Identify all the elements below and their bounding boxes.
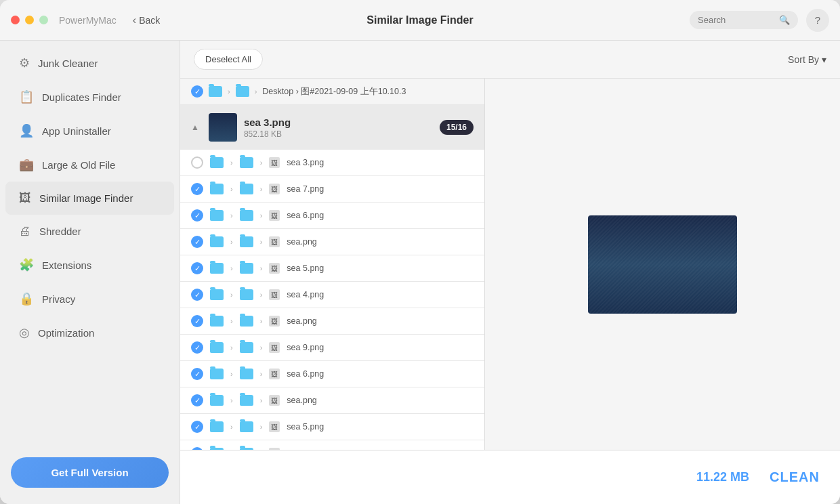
- file-item-11[interactable]: ✓ › › 🖼 sea 4.png: [180, 440, 484, 450]
- file-item-0[interactable]: › › 🖼 sea 3.png: [180, 150, 484, 176]
- checkbox-5[interactable]: ✓: [191, 289, 203, 301]
- checkbox-6[interactable]: ✓: [191, 315, 203, 327]
- subfolder-icon-9: [240, 395, 253, 406]
- file-item-2[interactable]: ✓ › › 🖼 sea 6.png: [180, 203, 484, 229]
- folder-icon-7: [210, 342, 224, 353]
- arrow-icon-4: ›: [230, 264, 233, 272]
- arrow2-icon-6: ›: [260, 317, 263, 325]
- file-type-icon-2: 🖼: [269, 210, 280, 221]
- sidebar-item-extensions[interactable]: 🧩 Extensions: [5, 248, 174, 282]
- help-button[interactable]: ?: [806, 9, 829, 32]
- privacy-icon: 🔒: [19, 291, 34, 306]
- checkbox-0[interactable]: [191, 156, 203, 169]
- sidebar-label-junk-cleaner: Junk Cleaner: [38, 58, 98, 69]
- file-item-5[interactable]: ✓ › › 🖼 sea 4.png: [180, 282, 484, 308]
- checkbox-1[interactable]: ✓: [191, 183, 203, 195]
- app-name-label: PowerMyMac: [59, 15, 117, 26]
- checkbox-9[interactable]: ✓: [191, 394, 203, 406]
- file-type-icon-5: 🖼: [269, 289, 280, 300]
- sidebar-label-shredder: Shredder: [39, 226, 81, 237]
- file-item-6[interactable]: ✓ › › 🖼 sea.png: [180, 308, 484, 335]
- checkbox-3[interactable]: ✓: [191, 236, 203, 248]
- sidebar-label-duplicates-finder: Duplicates Finder: [42, 91, 121, 103]
- file-item-1[interactable]: ✓ › › 🖼 sea 7.png: [180, 176, 484, 203]
- file-type-icon-1: 🖼: [269, 184, 280, 194]
- arrow-icon-10: ›: [230, 423, 233, 431]
- file-item-9[interactable]: ✓ › › 🖼 sea.png: [180, 387, 484, 414]
- file-type-icon-6: 🖼: [269, 316, 280, 327]
- group-header[interactable]: ▲ sea 3.png 852.18 KB 15/16: [180, 105, 484, 150]
- main-layout: ⚙ Junk Cleaner 📋 Duplicates Finder 👤 App…: [0, 41, 840, 504]
- file-type-icon-3: 🖼: [269, 236, 280, 247]
- sidebar-label-extensions: Extensions: [42, 259, 91, 271]
- sidebar-label-optimization: Optimization: [38, 327, 94, 339]
- checkbox-2[interactable]: ✓: [191, 209, 203, 222]
- partial-checkbox[interactable]: ✓: [191, 85, 203, 98]
- file-list: ✓ › › Desktop › 图#2021-09-09 上午10.10.3 ▲: [180, 79, 485, 450]
- checkbox-7[interactable]: ✓: [191, 341, 203, 354]
- folder-icon-9: [210, 395, 224, 406]
- partial-list-item[interactable]: ✓ › › Desktop › 图#2021-09-09 上午10.10.3: [180, 79, 484, 105]
- sidebar-item-optimization[interactable]: ◎ Optimization: [5, 316, 174, 350]
- file-path-4: sea 5.png: [287, 264, 324, 273]
- arrow2-icon-2: ›: [260, 211, 263, 219]
- shredder-icon: 🖨: [19, 224, 31, 238]
- file-type-icon-0: 🖼: [269, 157, 280, 168]
- arrow2-icon-4: ›: [260, 264, 263, 272]
- checkbox-8[interactable]: ✓: [191, 368, 203, 380]
- back-button[interactable]: ‹ Back: [133, 14, 160, 26]
- deselect-all-button[interactable]: Deselect All: [194, 49, 263, 70]
- group-badge: 15/16: [440, 120, 474, 135]
- collapse-icon[interactable]: ▲: [191, 123, 199, 132]
- similar-image-icon: 🖼: [19, 191, 31, 205]
- arrow2-icon-7: ›: [260, 343, 263, 352]
- arrow-icon-5: ›: [230, 291, 233, 299]
- file-type-icon-9: 🖼: [269, 395, 280, 406]
- partial-folder-icon: [209, 86, 222, 97]
- sidebar-item-large-old-file[interactable]: 💼 Large & Old File: [5, 148, 174, 182]
- checkbox-10[interactable]: ✓: [191, 421, 203, 433]
- search-input[interactable]: [698, 15, 775, 25]
- file-item-3[interactable]: ✓ › › 🖼 sea.png: [180, 229, 484, 255]
- titlebar: PowerMyMac ‹ Back Similar Image Finder 🔍…: [0, 0, 840, 41]
- folder-icon-11: [210, 448, 224, 450]
- arrow-icon-3: ›: [230, 238, 233, 246]
- sidebar-item-privacy[interactable]: 🔒 Privacy: [5, 282, 174, 316]
- sidebar-item-shredder[interactable]: 🖨 Shredder: [5, 215, 174, 248]
- folder-icon-4: [210, 263, 224, 274]
- subfolder-icon-0: [240, 157, 253, 168]
- clean-button[interactable]: CLEAN: [770, 469, 820, 485]
- subfolder-icon-7: [240, 342, 253, 353]
- maximize-button[interactable]: [39, 16, 48, 24]
- arrow-icon-7: ›: [230, 343, 233, 352]
- file-item-10[interactable]: ✓ › › 🖼 sea 5.png: [180, 414, 484, 440]
- sidebar-item-junk-cleaner[interactable]: ⚙ Junk Cleaner: [5, 46, 174, 80]
- file-path-3: sea.png: [287, 237, 316, 247]
- file-item-7[interactable]: ✓ › › 🖼 sea 9.png: [180, 335, 484, 361]
- arrow2-icon-9: ›: [260, 396, 263, 404]
- arrow2-icon-3: ›: [260, 238, 263, 246]
- app-uninstaller-icon: 👤: [19, 123, 34, 138]
- file-path-10: sea 5.png: [287, 422, 324, 432]
- sort-by-button[interactable]: Sort By ▾: [788, 54, 826, 65]
- preview-pane: [485, 79, 840, 450]
- file-item-8[interactable]: ✓ › › 🖼 sea 6.png: [180, 361, 484, 387]
- sidebar-item-duplicates-finder[interactable]: 📋 Duplicates Finder: [5, 80, 174, 114]
- close-button[interactable]: [11, 16, 20, 24]
- content-area: Deselect All Sort By ▾ ✓ › ›: [180, 41, 840, 504]
- sidebar-item-app-uninstaller[interactable]: 👤 App Uninstaller: [5, 114, 174, 148]
- file-item-4[interactable]: ✓ › › 🖼 sea 5.png: [180, 255, 484, 282]
- folder-icon-6: [210, 316, 224, 327]
- duplicates-icon: 📋: [19, 89, 34, 104]
- search-box[interactable]: 🔍: [690, 11, 798, 29]
- content-toolbar: Deselect All Sort By ▾: [180, 41, 840, 79]
- minimize-button[interactable]: [25, 16, 34, 24]
- subfolder-icon-1: [240, 184, 253, 194]
- checkbox-4[interactable]: ✓: [191, 262, 203, 274]
- file-type-icon-10: 🖼: [269, 421, 280, 432]
- get-full-version-button[interactable]: Get Full Version: [11, 457, 169, 488]
- file-path-8: sea 6.png: [287, 369, 324, 379]
- sidebar-item-similar-image-finder[interactable]: 🖼 Similar Image Finder: [5, 182, 174, 215]
- content-split: ✓ › › Desktop › 图#2021-09-09 上午10.10.3 ▲: [180, 79, 840, 450]
- file-path-6: sea.png: [287, 316, 316, 326]
